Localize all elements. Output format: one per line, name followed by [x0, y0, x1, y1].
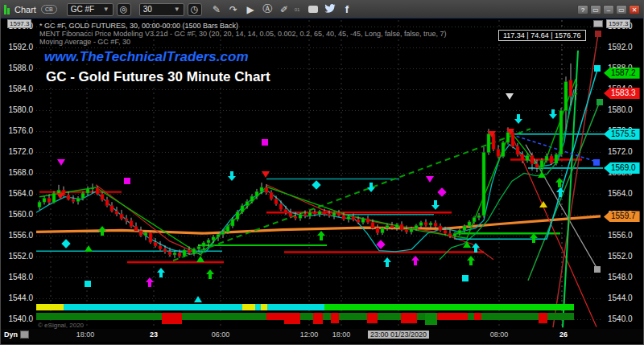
candle-up [526, 155, 529, 161]
candle-down [535, 164, 539, 168]
restore-button[interactable]: ▭ [590, 5, 601, 14]
price-tick-left: 1560.0 [1, 211, 33, 219]
time-axis[interactable]: Dyn 18:002306:0012:0018:0023:00 01/23/20… [1, 329, 643, 342]
minimize-button[interactable]: – [603, 5, 614, 14]
help-button[interactable]: ? [577, 5, 588, 14]
chart-region: 1596.01596.01592.01592.01588.01588.01584… [1, 18, 643, 342]
panel-expand-icon[interactable] [593, 20, 603, 27]
candle-up [395, 224, 398, 228]
signal-stripe-row1 [64, 304, 242, 310]
signal-stripe-row2 [425, 313, 437, 325]
candle-up [453, 233, 456, 236]
candle-down [328, 214, 331, 216]
signal-stripe-row2 [182, 313, 266, 320]
candle-up [419, 223, 423, 226]
signal-arr-up-marker [157, 268, 165, 277]
candle-down [371, 223, 374, 228]
price-flag: 1583.3 [604, 88, 640, 99]
candle-down [424, 223, 427, 225]
candle-down [115, 211, 118, 214]
signal-arr-up-marker [556, 187, 564, 197]
signal-arr-up-marker [317, 231, 325, 240]
chat-button[interactable] [306, 4, 320, 15]
candle-up [91, 188, 94, 189]
candle-up [477, 216, 481, 218]
chart-badge: CB [41, 5, 57, 14]
candle-up [236, 212, 239, 220]
candle-down [303, 215, 307, 216]
dyn-scale-control[interactable]: Dyn [4, 331, 29, 339]
signal-stripe-row1 [255, 304, 261, 310]
candle-down [101, 194, 104, 199]
window-controls: ? ▭ – ▭ ✕ [577, 5, 640, 14]
candle-down [448, 233, 452, 236]
price-tick-left: 1592.0 [1, 43, 33, 51]
candle-up [76, 199, 80, 202]
symbol-lookup-button[interactable]: ◎ [117, 3, 131, 16]
price-tick-right: 1564.0 [608, 190, 633, 198]
candle-down [357, 220, 360, 222]
candle-down [434, 223, 437, 226]
clock-icon: ◷ [191, 4, 199, 14]
candle-down [188, 250, 191, 253]
price-tick-right: 1556.0 [608, 232, 633, 240]
signal-stripe-row1 [261, 304, 267, 310]
candle-up [57, 190, 60, 193]
price-tick-right: 1544.0 [608, 294, 633, 302]
play-circle-icon: ▶ [247, 4, 254, 15]
maximize-button[interactable]: ▭ [616, 5, 627, 14]
time-settings-button[interactable]: ◷ [188, 3, 202, 16]
signal-square-marker [124, 178, 130, 184]
candle-up [308, 212, 312, 216]
candle-down [67, 195, 70, 199]
candle-up [81, 193, 85, 199]
candle-up [468, 222, 471, 226]
app-logo-icon [4, 5, 10, 14]
time-template-icon [20, 331, 29, 339]
signal-arr-up-marker [383, 257, 391, 267]
interval-select[interactable]: 30 ▼ [139, 3, 184, 16]
replay-button[interactable]: ▶ [244, 4, 258, 15]
candle-up [246, 202, 249, 206]
candle-down [125, 219, 128, 221]
candle-down [159, 246, 162, 249]
price-plot[interactable] [1, 18, 643, 342]
time-label: 23 [150, 331, 158, 339]
candle-up [410, 228, 413, 232]
candle-down [178, 253, 181, 256]
twitter-bird-icon [324, 4, 336, 13]
signal-tri-up-marker [194, 296, 202, 302]
candle-down [270, 193, 273, 199]
price-tick-left: 1556.0 [1, 232, 33, 240]
symbol-select[interactable]: GC #F ▼ [67, 3, 114, 16]
price-tick-left: 1564.0 [1, 190, 33, 198]
signal-arr-up-marker [530, 233, 538, 243]
twitter-share-button[interactable] [323, 4, 336, 15]
draw-tool-button[interactable]: ✎ [210, 4, 224, 15]
signal-square-marker [594, 65, 601, 72]
letter-a-circle-icon: Ⓐ [262, 3, 272, 14]
signal-tri-up-marker [539, 201, 547, 207]
candle-down [390, 225, 394, 228]
candle-down [337, 213, 341, 216]
signal-arr-up-marker [411, 256, 419, 265]
close-button[interactable]: ✕ [629, 5, 640, 14]
candle-down [313, 212, 316, 214]
signal-stripe-row2 [481, 313, 539, 320]
annotation-button[interactable]: Ⓐ [261, 2, 275, 16]
highlighter-button[interactable]: ✐ [278, 4, 291, 15]
candle-up [555, 154, 558, 163]
signal-arr-down-marker [431, 200, 440, 210]
candle-up [202, 243, 205, 247]
candle-down [47, 199, 51, 203]
facebook-share-button[interactable]: f [340, 3, 353, 15]
red-falling-line [510, 133, 597, 327]
candle-down [279, 204, 283, 209]
candle-down [366, 219, 369, 223]
signal-stripe-row2 [539, 313, 547, 323]
signal-stripe-row1 [242, 304, 255, 310]
candle-up [415, 225, 418, 228]
candle-down [400, 224, 403, 230]
candle-down [497, 150, 500, 157]
redo-tool-button[interactable]: ↷ [227, 4, 241, 15]
